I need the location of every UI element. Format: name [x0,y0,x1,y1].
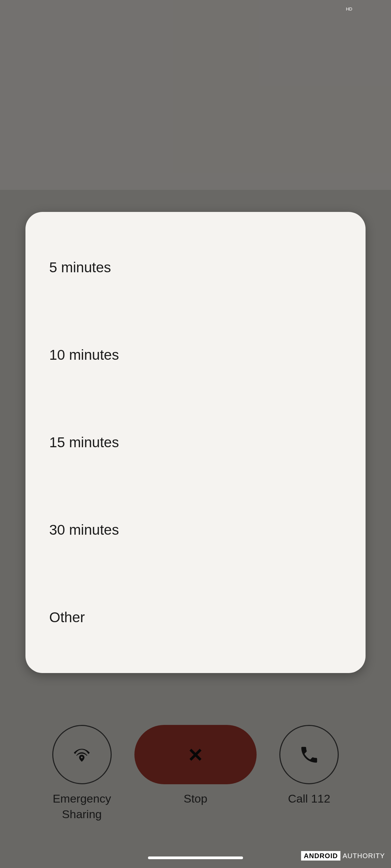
duration-picker-dialog: 5 minutes 10 minutes 15 minutes 30 minut… [25,212,366,673]
duration-option-30min[interactable]: 30 minutes [25,505,366,555]
duration-option-other[interactable]: Other [25,592,366,643]
duration-option-5min[interactable]: 5 minutes [25,242,366,293]
watermark: ANDROIDAUTHORITY [301,852,385,860]
navigation-handle[interactable] [148,856,243,859]
duration-option-10min[interactable]: 10 minutes [25,330,366,380]
duration-option-15min[interactable]: 15 minutes [25,417,366,468]
network-badge: HD [346,6,352,12]
